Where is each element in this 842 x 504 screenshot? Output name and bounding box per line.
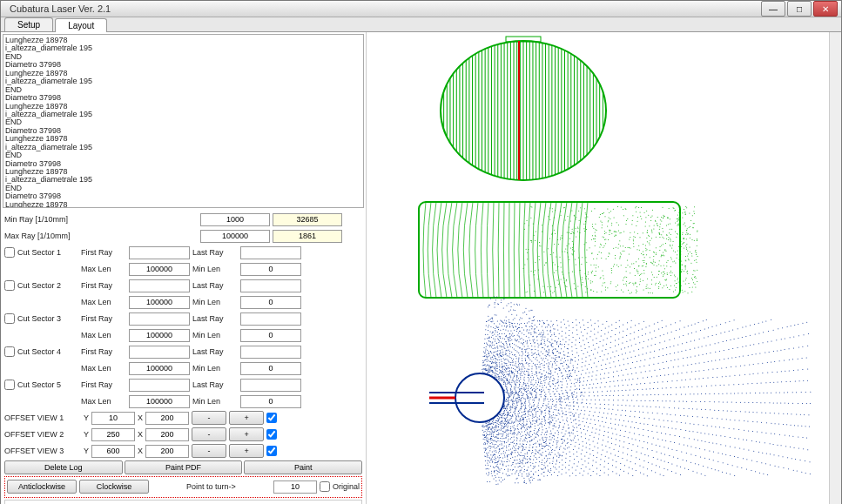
offset-3-plus-button[interactable]: + xyxy=(229,444,264,458)
svg-point-775 xyxy=(663,255,663,256)
log-output[interactable]: Lunghezze 18978i_altezza_diametrale 195E… xyxy=(3,34,364,208)
sector-4-maxlen-input[interactable] xyxy=(129,362,190,375)
sector-4-minlen-input[interactable] xyxy=(240,362,301,375)
offset-2-y-input[interactable] xyxy=(91,428,135,441)
sector-1-last-input[interactable] xyxy=(240,246,301,259)
vertical-scrollbar[interactable] xyxy=(829,32,841,504)
sector-1-checkbox[interactable] xyxy=(4,247,15,258)
svg-point-2202 xyxy=(564,399,565,400)
offset-1-plus-button[interactable]: + xyxy=(229,411,264,425)
offset-1-minus-button[interactable]: - xyxy=(192,411,226,425)
svg-point-597 xyxy=(590,280,591,281)
sector-3-minlen-input[interactable] xyxy=(240,329,301,342)
sector-5-maxlen-input[interactable] xyxy=(129,395,190,408)
maximize-button[interactable]: □ xyxy=(787,1,812,17)
svg-point-195 xyxy=(670,234,671,235)
svg-point-1622 xyxy=(734,319,735,320)
paint-button[interactable]: Paint xyxy=(244,460,362,474)
svg-point-3191 xyxy=(533,444,534,445)
svg-point-138 xyxy=(582,284,583,285)
slider-track[interactable] xyxy=(4,500,362,504)
svg-point-4188 xyxy=(495,366,496,367)
offset-1-x-input[interactable] xyxy=(145,412,189,425)
offset-2-minus-button[interactable]: - xyxy=(192,427,226,441)
offset-2-checkbox[interactable] xyxy=(266,429,277,440)
svg-point-803 xyxy=(689,287,690,288)
svg-point-2049 xyxy=(522,395,523,396)
svg-point-660 xyxy=(669,208,670,209)
sector-4-last-input[interactable] xyxy=(240,346,301,359)
sector-5-last-input[interactable] xyxy=(240,379,301,392)
svg-point-4214 xyxy=(490,345,491,346)
svg-point-1648 xyxy=(610,363,610,364)
svg-point-2791 xyxy=(669,455,670,456)
svg-point-3423 xyxy=(501,448,502,449)
sector-3-last-input[interactable] xyxy=(240,312,301,326)
sector-5-minlen-input[interactable] xyxy=(240,395,301,408)
sector-4-first-input[interactable] xyxy=(129,346,190,359)
offset-1-checkbox[interactable] xyxy=(266,413,277,423)
offset-3-checkbox[interactable] xyxy=(266,446,277,456)
svg-point-570 xyxy=(610,283,611,284)
svg-point-1525 xyxy=(537,378,538,379)
sector-5-first-input[interactable] xyxy=(129,379,190,392)
svg-point-2936 xyxy=(640,466,641,467)
svg-point-3503 xyxy=(487,438,488,439)
sector-5-checkbox[interactable] xyxy=(4,380,15,390)
svg-point-2949 xyxy=(526,420,527,420)
sector-3-maxlen-input[interactable] xyxy=(129,329,190,342)
sector-3-checkbox[interactable] xyxy=(4,313,15,324)
sector-2-checkbox[interactable] xyxy=(4,280,15,291)
offset-3-x-input[interactable] xyxy=(145,445,189,458)
delete-log-button[interactable]: Delete Log xyxy=(4,460,123,474)
svg-point-929 xyxy=(496,346,497,347)
svg-point-1051 xyxy=(518,341,519,342)
svg-point-3965 xyxy=(525,326,526,326)
svg-point-894 xyxy=(497,321,498,322)
svg-point-468 xyxy=(549,238,550,239)
min-ray-input[interactable] xyxy=(200,213,270,226)
svg-point-4611 xyxy=(487,454,488,454)
offset-3-y-input[interactable] xyxy=(91,445,135,458)
sector-1-minlen-input[interactable] xyxy=(240,263,301,276)
svg-point-2725 xyxy=(656,445,657,446)
close-button[interactable]: ✕ xyxy=(813,1,838,17)
svg-point-3124 xyxy=(565,458,566,459)
paint-pdf-button[interactable]: Paint PDF xyxy=(125,460,243,474)
svg-point-67 xyxy=(565,219,566,220)
svg-point-4459 xyxy=(495,328,495,329)
svg-point-3082 xyxy=(515,420,516,421)
svg-point-1838 xyxy=(524,390,525,391)
sector-2-maxlen-input[interactable] xyxy=(129,296,190,309)
max-ray-input[interactable] xyxy=(200,230,270,243)
svg-point-1757 xyxy=(794,325,795,326)
offset-1-y-input[interactable] xyxy=(91,412,135,425)
minimize-button[interactable]: — xyxy=(761,1,785,17)
offset-3-minus-button[interactable]: - xyxy=(192,444,226,458)
svg-point-3996 xyxy=(532,409,533,410)
anticlockwise-button[interactable]: Anticlockwise xyxy=(7,480,77,494)
tab-setup[interactable]: Setup xyxy=(4,17,53,31)
tab-layout[interactable]: Layout xyxy=(55,18,107,32)
sector-2-first-input[interactable] xyxy=(129,279,190,292)
svg-point-2698 xyxy=(545,415,546,416)
svg-point-3453 xyxy=(500,457,501,458)
svg-point-679 xyxy=(646,211,647,212)
sector-2-last-input[interactable] xyxy=(240,279,301,292)
clockwise-button[interactable]: Clockwise xyxy=(79,480,149,494)
point-to-turn-input[interactable] xyxy=(273,480,317,494)
sector-2-minlen-input[interactable] xyxy=(240,296,301,309)
svg-point-3347 xyxy=(515,452,515,453)
offset-2-x-input[interactable] xyxy=(145,428,189,441)
svg-point-2707 xyxy=(584,426,585,427)
svg-point-1796 xyxy=(653,364,654,365)
svg-point-1727 xyxy=(670,353,670,354)
sector-1-maxlen-input[interactable] xyxy=(129,263,190,276)
offset-2-plus-button[interactable]: + xyxy=(229,427,264,441)
sector-4-checkbox[interactable] xyxy=(4,346,15,357)
original-checkbox[interactable] xyxy=(320,481,330,492)
svg-point-1511 xyxy=(658,329,659,330)
sector-3-first-input[interactable] xyxy=(129,312,190,326)
svg-point-4234 xyxy=(498,377,499,378)
sector-1-first-input[interactable] xyxy=(129,246,190,259)
